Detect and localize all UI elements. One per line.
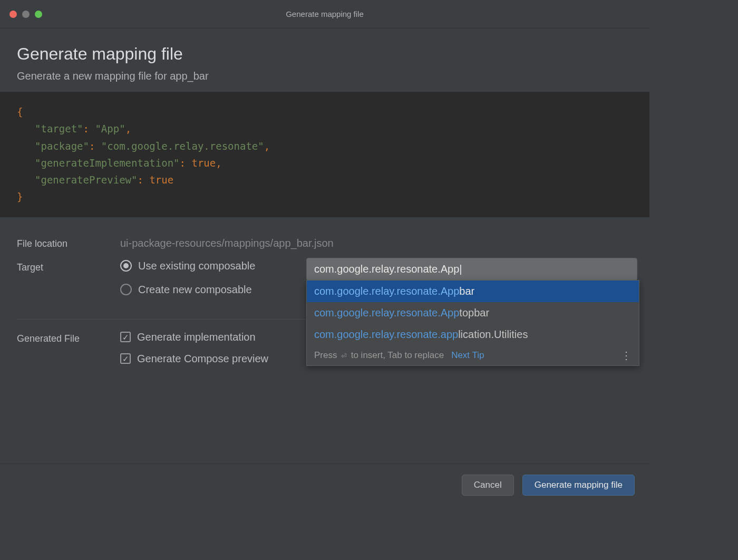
file-location-label: File location: [17, 236, 120, 249]
radio-icon: [120, 284, 132, 295]
hint-prefix: Press: [314, 350, 337, 361]
autocomplete-item-match: com.google.relay.resonate.App: [314, 285, 459, 297]
autocomplete-item-rest: lication.Utilities: [458, 329, 528, 340]
file-location-value: ui-package-resources/mappings/app_bar.js…: [120, 236, 633, 249]
autocomplete-popup: com.google.relay.resonate.Appbarcom.goog…: [306, 280, 639, 366]
code-val-gen-prev: true: [149, 174, 173, 186]
dialog-window: Generate mapping file Generate mapping f…: [0, 0, 649, 506]
code-key-gen-prev: "generatePreview": [35, 174, 137, 186]
autocomplete-item[interactable]: com.google.relay.resonate.Apptopbar: [307, 302, 639, 324]
code-val-target: "App": [95, 123, 125, 134]
autocomplete-item-rest: bar: [459, 285, 474, 297]
checkbox-preview-label: Generate Compose preview: [137, 353, 268, 365]
checkbox-icon: ✓: [120, 353, 131, 364]
titlebar[interactable]: Generate mapping file: [0, 0, 649, 28]
target-label: Target: [17, 260, 120, 273]
checkbox-impl-label: Generate implementation: [137, 331, 256, 343]
traffic-lights: [9, 11, 42, 18]
checkbox-icon: ✓: [120, 332, 131, 342]
radio-use-existing-label: Use existing composable: [138, 260, 255, 272]
autocomplete-item[interactable]: com.google.relay.resonate.Appbar: [307, 281, 639, 302]
code-key-gen-impl: "generateImplementation": [35, 157, 180, 169]
page-title: Generate mapping file: [17, 44, 633, 64]
window-title: Generate mapping file: [286, 9, 364, 18]
form: File location ui-package-resources/mappi…: [0, 217, 649, 313]
autocomplete-item-match: com.google.relay.resonate.App: [314, 307, 459, 318]
autocomplete-item[interactable]: com.google.relay.resonate.application.Ut…: [307, 324, 639, 345]
kebab-menu-icon[interactable]: ⋮: [621, 350, 632, 361]
target-input[interactable]: [306, 258, 637, 281]
code-val-gen-impl: true: [191, 157, 216, 169]
cancel-button[interactable]: Cancel: [462, 475, 514, 496]
autocomplete-item-rest: topbar: [459, 307, 489, 318]
row-target: Target Use existing composable Create ne…: [17, 260, 633, 296]
radio-icon: [120, 260, 132, 272]
minimize-icon[interactable]: [22, 11, 30, 18]
radio-create-new-label: Create new composable: [138, 284, 252, 296]
autocomplete-footer: Press ⏎ to insert, Tab to replace Next T…: [307, 345, 639, 365]
code-key-target: "target": [35, 123, 83, 134]
autocomplete-item-match: com.google.relay.resonate.app: [314, 329, 458, 340]
close-icon[interactable]: [9, 11, 17, 18]
dialog-footer: Cancel Generate mapping file: [0, 464, 649, 506]
row-file-location: File location ui-package-resources/mappi…: [17, 236, 633, 249]
code-key-package: "package": [35, 140, 89, 152]
generate-button[interactable]: Generate mapping file: [522, 475, 635, 496]
generated-file-label: Generated File: [17, 331, 120, 344]
next-tip-link[interactable]: Next Tip: [451, 350, 484, 361]
hint-suffix: to insert, Tab to replace: [351, 350, 444, 361]
page-subtitle: Generate a new mapping file for app_bar: [17, 70, 633, 82]
enter-key-icon: ⏎: [341, 350, 346, 361]
code-preview: { "target": "App", "package": "com.googl…: [0, 92, 649, 217]
maximize-icon[interactable]: [35, 11, 42, 18]
dialog-header: Generate mapping file Generate a new map…: [0, 28, 649, 92]
code-val-package: "com.google.relay.resonate": [101, 140, 264, 152]
